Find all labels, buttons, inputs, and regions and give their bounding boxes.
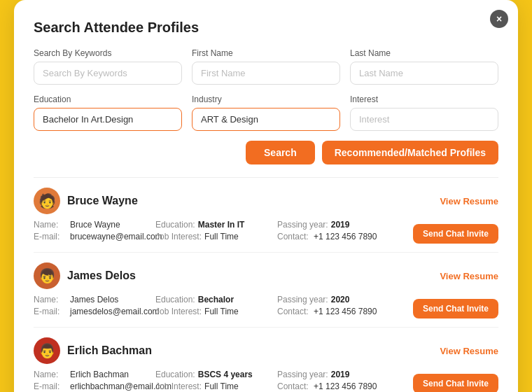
form-row-2: Education Industry Interest bbox=[34, 94, 498, 131]
education-detail-label: Education: bbox=[155, 370, 195, 379]
passingyear-value: 2019 bbox=[331, 370, 350, 379]
attendee-left: 👨 Erlich Bachman bbox=[34, 337, 152, 364]
name-label: Name: bbox=[34, 295, 67, 304]
interest-label: Interest bbox=[350, 94, 498, 104]
attendee-name: Erlich Bachman bbox=[67, 344, 152, 357]
detail-row-name: Name: Erlich Bachman bbox=[34, 370, 155, 379]
passingyear-label: Passing year: bbox=[277, 370, 328, 379]
name-value: Bruce Wayne bbox=[70, 220, 120, 230]
detail-col-right: Passing year: 2019 Contact: +1 123 456 7… bbox=[277, 370, 399, 392]
name-label: Name: bbox=[34, 220, 67, 230]
send-chat-button[interactable]: Send Chat Invite bbox=[413, 224, 498, 244]
avatar: 👦 bbox=[34, 262, 60, 289]
lastname-group: Last Name bbox=[350, 48, 498, 85]
passingyear-value: 2020 bbox=[331, 295, 350, 304]
detail-col-mid: Education: Master In IT Job Interest: Fu… bbox=[155, 220, 277, 244]
details-cols: Name: Erlich Bachman E-mail: erlichbachm… bbox=[34, 370, 399, 392]
interest-input[interactable] bbox=[350, 108, 498, 131]
name-value: James Delos bbox=[70, 295, 118, 304]
view-resume-button[interactable]: View Resume bbox=[440, 196, 498, 206]
jobinterest-label: Job Interest: bbox=[155, 232, 202, 241]
education-input[interactable] bbox=[34, 108, 182, 131]
email-value: jamesdelos@email.com bbox=[70, 307, 160, 316]
send-chat-button[interactable]: Send Chat Invite bbox=[413, 299, 498, 318]
lastname-label: Last Name bbox=[350, 48, 498, 58]
details-and-btn: Name: James Delos E-mail: jamesdelos@ema… bbox=[34, 295, 498, 318]
search-attendee-modal: × Search Attendee Profiles Search By Key… bbox=[14, 0, 518, 392]
detail-col-left: Name: Bruce Wayne E-mail: brucewayne@ema… bbox=[34, 220, 155, 244]
detail-row-passingyear: Passing year: 2019 bbox=[277, 370, 399, 379]
keywords-group: Search By Keywords bbox=[34, 48, 182, 85]
education-label: Education bbox=[34, 94, 182, 104]
detail-col-left: Name: James Delos E-mail: jamesdelos@ema… bbox=[34, 295, 155, 318]
detail-row-contact: Contact: +1 123 456 7890 bbox=[277, 307, 399, 316]
email-label: E-mail: bbox=[34, 232, 67, 241]
detail-row-contact: Contact: +1 123 456 7890 bbox=[277, 232, 399, 241]
contact-value: +1 123 456 7890 bbox=[314, 307, 377, 316]
detail-row-contact: Contact: +1 123 456 7890 bbox=[277, 382, 399, 391]
attendee-name: Bruce Wayne bbox=[67, 195, 138, 207]
detail-col-left: Name: Erlich Bachman E-mail: erlichbachm… bbox=[34, 370, 155, 392]
detail-row-jobinterest: Job Interest: Full Time bbox=[155, 307, 277, 316]
attendee-card: 🧑 Bruce Wayne View Resume Name: Bruce Wa… bbox=[34, 178, 498, 253]
education-group: Education bbox=[34, 94, 182, 131]
form-row-1: Search By Keywords First Name Last Name bbox=[34, 48, 498, 85]
jobinterest-value: Full Time bbox=[204, 232, 239, 241]
avatar: 👨 bbox=[34, 337, 60, 364]
detail-row-email: E-mail: brucewayne@email.com bbox=[34, 232, 155, 241]
attendee-header: 👨 Erlich Bachman View Resume bbox=[34, 337, 498, 364]
attendee-card: 👨 Erlich Bachman View Resume Name: Erlic… bbox=[34, 328, 498, 392]
firstname-input[interactable] bbox=[192, 62, 340, 85]
name-label: Name: bbox=[34, 370, 67, 379]
passingyear-value: 2019 bbox=[331, 220, 350, 230]
industry-input[interactable] bbox=[192, 108, 340, 131]
details-cols: Name: Bruce Wayne E-mail: brucewayne@ema… bbox=[34, 220, 399, 244]
passingyear-label: Passing year: bbox=[277, 220, 328, 230]
jobinterest-value: Full Time bbox=[204, 307, 239, 316]
firstname-group: First Name bbox=[192, 48, 340, 85]
details-and-btn: Name: Bruce Wayne E-mail: brucewayne@ema… bbox=[34, 220, 498, 244]
close-button[interactable]: × bbox=[490, 10, 508, 28]
send-chat-button[interactable]: Send Chat Invite bbox=[413, 374, 498, 392]
detail-row-email: E-mail: erlichbachman@email.com bbox=[34, 382, 155, 391]
email-label: E-mail: bbox=[34, 382, 67, 391]
detail-row-name: Name: James Delos bbox=[34, 295, 155, 304]
firstname-label: First Name bbox=[192, 48, 340, 58]
name-value: Erlich Bachman bbox=[70, 370, 129, 379]
education-detail-value: Bechalor bbox=[198, 295, 234, 304]
recommended-button[interactable]: Recommended/Matched Profiles bbox=[322, 141, 498, 164]
attendee-name: James Delos bbox=[67, 270, 136, 282]
view-resume-button[interactable]: View Resume bbox=[440, 346, 498, 356]
jobinterest-value: Full Time bbox=[204, 382, 239, 391]
detail-right: Send Chat Invite bbox=[406, 295, 498, 318]
modal-title: Search Attendee Profiles bbox=[34, 20, 498, 36]
detail-col-right: Passing year: 2020 Contact: +1 123 456 7… bbox=[277, 295, 399, 318]
passingyear-label: Passing year: bbox=[277, 295, 328, 304]
lastname-input[interactable] bbox=[350, 62, 498, 85]
detail-row-jobinterest: Job Interest: Full Time bbox=[155, 232, 277, 241]
industry-group: Industry bbox=[192, 94, 340, 131]
details-cols: Name: James Delos E-mail: jamesdelos@ema… bbox=[34, 295, 399, 318]
detail-row-education: Education: BSCS 4 years bbox=[155, 370, 277, 379]
detail-row-passingyear: Passing year: 2020 bbox=[277, 295, 399, 304]
email-label: E-mail: bbox=[34, 307, 67, 316]
attendee-header: 🧑 Bruce Wayne View Resume bbox=[34, 188, 498, 214]
keywords-input[interactable] bbox=[34, 62, 182, 85]
contact-value: +1 123 456 7890 bbox=[314, 382, 377, 391]
contact-label: Contact: bbox=[277, 382, 311, 391]
view-resume-button[interactable]: View Resume bbox=[440, 271, 498, 281]
detail-row-education: Education: Master In IT bbox=[155, 220, 277, 230]
email-value: brucewayne@email.com bbox=[70, 232, 162, 241]
details-and-btn: Name: Erlich Bachman E-mail: erlichbachm… bbox=[34, 370, 498, 392]
industry-label: Industry bbox=[192, 94, 340, 104]
attendee-left: 👦 James Delos bbox=[34, 262, 136, 289]
detail-row-jobinterest: Job Interest: Full Time bbox=[155, 382, 277, 391]
attendee-header: 👦 James Delos View Resume bbox=[34, 262, 498, 289]
interest-group: Interest bbox=[350, 94, 498, 131]
detail-row-education: Education: Bechalor bbox=[155, 295, 277, 304]
detail-row-name: Name: Bruce Wayne bbox=[34, 220, 155, 230]
education-detail-value: BSCS 4 years bbox=[198, 370, 253, 379]
detail-col-right: Passing year: 2019 Contact: +1 123 456 7… bbox=[277, 220, 399, 244]
search-button[interactable]: Search bbox=[246, 141, 315, 164]
attendee-list: 🧑 Bruce Wayne View Resume Name: Bruce Wa… bbox=[34, 178, 498, 392]
